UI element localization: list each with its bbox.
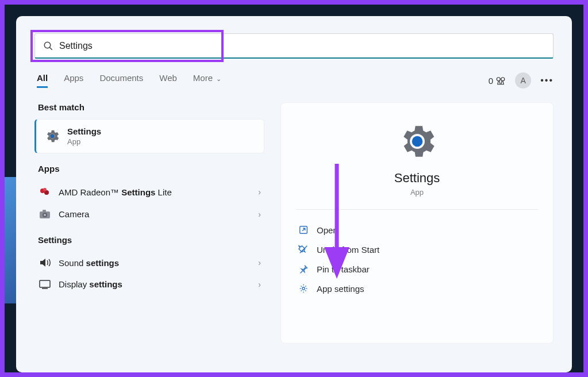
best-match-heading: Best match [38,102,264,112]
user-avatar[interactable]: A [515,72,531,89]
result-display-settings[interactable]: Display settings › [34,274,264,295]
unpin-icon [298,244,309,255]
action-unpin-start[interactable]: Unpin from Start [296,240,538,259]
rewards-icon [495,75,506,86]
settings-icon [298,283,309,294]
open-icon [298,225,309,235]
action-open[interactable]: Open [296,220,538,240]
result-camera[interactable]: Camera › [34,203,264,225]
action-label: Unpin from Start [317,245,379,255]
search-input[interactable] [34,33,554,59]
svg-point-3 [501,78,505,81]
preview-title: Settings [394,171,440,186]
display-icon [38,280,52,289]
filter-tabs-row: All Apps Documents Web More ⌄ 0 A ••• [34,72,554,89]
desktop-background: All Apps Documents Web More ⌄ 0 A ••• Be… [5,5,583,372]
svg-point-7 [43,188,47,191]
chevron-right-icon: › [258,280,261,289]
sound-icon [38,257,52,268]
result-subtitle: App [67,137,101,146]
chevron-right-icon: › [258,258,261,267]
search-region [34,33,554,59]
camera-icon [38,210,52,219]
tab-apps[interactable]: Apps [64,73,83,88]
result-label: Camera [59,209,251,219]
chevron-right-icon: › [258,187,261,197]
tab-documents[interactable]: Documents [99,73,143,88]
svg-point-2 [497,78,500,81]
result-label: Display settings [59,279,251,289]
settings-heading: Settings [38,235,264,245]
result-label: AMD Radeon™ Settings Lite [59,187,251,197]
search-icon [43,41,53,51]
more-options-button[interactable]: ••• [540,75,554,86]
gear-icon [44,128,60,144]
action-label: Pin to taskbar [317,264,370,274]
preview-subtitle: App [410,188,424,197]
result-title: Settings [67,126,101,136]
action-pin-taskbar[interactable]: Pin to taskbar [296,259,538,279]
filter-tabs: All Apps Documents Web More ⌄ [34,73,221,88]
rewards-count: 0 [489,76,493,86]
svg-rect-12 [40,280,50,287]
result-settings-app[interactable]: Settings App [34,119,264,153]
preview-pane: Settings App Open Unpin from Start Pin t… [280,102,554,344]
svg-point-15 [412,136,422,147]
tab-web[interactable]: Web [159,73,177,88]
start-search-panel: All Apps Documents Web More ⌄ 0 A ••• Be… [16,16,572,372]
svg-point-0 [44,42,51,48]
chevron-right-icon: › [258,210,261,219]
pin-icon [298,264,309,274]
tab-all[interactable]: All [37,73,48,88]
gear-icon [396,120,439,163]
chevron-down-icon: ⌄ [216,75,221,82]
results-column: Best match Settings App Apps AMD Radeon™… [34,102,264,344]
action-app-settings[interactable]: App settings [296,279,538,298]
result-sound-settings[interactable]: Sound settings › [34,252,264,274]
amd-icon [38,186,52,198]
svg-point-4 [51,134,54,138]
svg-point-17 [302,287,305,290]
result-label: Sound settings [59,258,251,268]
svg-line-1 [49,47,52,50]
rewards-indicator[interactable]: 0 [489,75,506,86]
tab-more[interactable]: More ⌄ [193,73,221,88]
action-label: Open [317,225,338,235]
search-text-field[interactable] [59,41,545,51]
action-label: App settings [317,284,364,294]
svg-point-10 [44,214,46,216]
result-amd-radeon-settings[interactable]: AMD Radeon™ Settings Lite › [34,180,264,203]
apps-heading: Apps [38,164,264,174]
svg-rect-11 [43,210,46,212]
